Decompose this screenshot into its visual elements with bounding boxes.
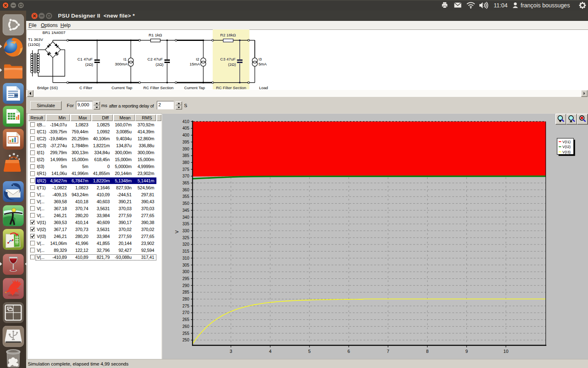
svg-text:340: 340	[183, 215, 189, 220]
svg-text:(2Ω): (2Ω)	[85, 62, 93, 67]
svg-text:10: 10	[503, 349, 508, 354]
svg-text:9: 9	[466, 349, 468, 354]
svg-text:375: 375	[183, 167, 189, 172]
svg-text:I3: I3	[258, 57, 262, 61]
svg-text:T1 363V: T1 363V	[28, 37, 44, 42]
svg-text:BR1 1N4007: BR1 1N4007	[42, 30, 65, 35]
svg-text:V(I3): V(I3)	[562, 150, 570, 154]
svg-text:360: 360	[183, 188, 189, 192]
svg-text:Current Tap: Current Tap	[111, 85, 133, 90]
svg-text:(110Ω): (110Ω)	[28, 42, 40, 47]
svg-text:335: 335	[183, 222, 189, 226]
svg-text:Bridge (SS): Bridge (SS)	[37, 85, 58, 90]
svg-text:305: 305	[183, 263, 189, 267]
svg-text:280: 280	[183, 297, 189, 301]
svg-text:RC Filter Section: RC Filter Section	[143, 85, 174, 90]
svg-text:410: 410	[183, 119, 189, 124]
svg-text:5mA: 5mA	[258, 62, 267, 66]
svg-text:385: 385	[183, 153, 189, 158]
svg-text:C2 47uF: C2 47uF	[147, 57, 163, 61]
svg-text:380: 380	[183, 160, 189, 165]
svg-text:355: 355	[183, 194, 189, 199]
svg-text:11:04: 11:04	[494, 2, 508, 9]
svg-text:265: 265	[183, 317, 189, 322]
svg-text:7: 7	[387, 349, 389, 354]
svg-text:290: 290	[183, 283, 189, 288]
svg-text:(2Ω): (2Ω)	[156, 62, 163, 67]
svg-text:R1 1kΩ: R1 1kΩ	[149, 33, 162, 37]
svg-text:3: 3	[229, 349, 232, 354]
svg-text:325: 325	[183, 236, 189, 240]
svg-text:370: 370	[183, 174, 189, 178]
svg-text:RC Filter Section: RC Filter Section	[216, 85, 246, 90]
svg-text:275: 275	[183, 304, 189, 308]
svg-text:400: 400	[183, 133, 189, 137]
svg-text:V: V	[174, 230, 179, 233]
svg-text:15mA: 15mA	[189, 62, 200, 66]
svg-text:350: 350	[183, 201, 189, 206]
svg-text:250: 250	[183, 338, 189, 342]
svg-text:V(I1): V(I1)	[562, 140, 570, 144]
svg-text:5: 5	[308, 349, 311, 354]
svg-text:270: 270	[183, 310, 189, 315]
svg-text:285: 285	[183, 290, 189, 294]
svg-text:330: 330	[183, 229, 189, 233]
svg-text:255: 255	[183, 331, 189, 336]
svg-text:315: 315	[183, 249, 189, 254]
svg-text:V(I2): V(I2)	[562, 145, 570, 149]
svg-text:310: 310	[183, 256, 189, 260]
svg-text:300mA: 300mA	[115, 62, 128, 66]
svg-text:R2 18kΩ: R2 18kΩ	[220, 33, 236, 37]
svg-text:365: 365	[183, 181, 189, 185]
svg-text:(2Ω): (2Ω)	[228, 62, 236, 67]
svg-text:300: 300	[183, 269, 189, 274]
svg-text:6: 6	[347, 349, 350, 354]
svg-text:405: 405	[183, 126, 189, 130]
svg-text:295: 295	[183, 276, 189, 281]
svg-text:Current Tap: Current Tap	[184, 85, 205, 90]
svg-text:Load: Load	[259, 85, 268, 90]
svg-text:C1 47uF: C1 47uF	[77, 57, 93, 61]
svg-text:I2: I2	[196, 57, 199, 61]
svg-text:4: 4	[269, 349, 272, 354]
svg-text:8: 8	[426, 349, 428, 354]
svg-text:390: 390	[183, 147, 189, 151]
svg-text:françois boussuges: françois boussuges	[521, 2, 570, 9]
svg-text:345: 345	[183, 208, 189, 213]
svg-text:C Filter: C Filter	[79, 85, 92, 90]
svg-text:395: 395	[183, 140, 189, 144]
svg-text:260: 260	[183, 324, 189, 329]
svg-text:I1: I1	[123, 57, 127, 61]
svg-text:320: 320	[183, 242, 189, 247]
svg-text:C3 47uF: C3 47uF	[220, 57, 236, 61]
